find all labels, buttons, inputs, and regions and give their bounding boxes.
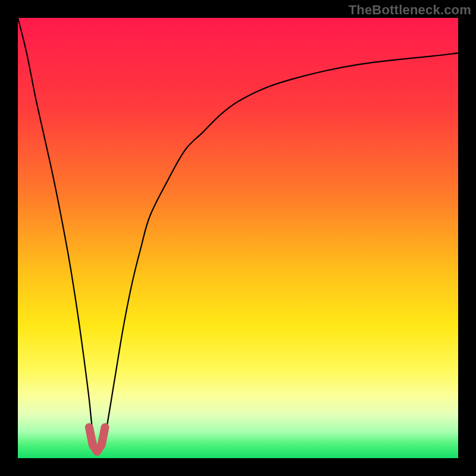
bottleneck-curve [18, 18, 458, 452]
plot-area [18, 18, 458, 458]
chart-svg [18, 18, 458, 458]
chart-frame: TheBottleneck.com [0, 0, 476, 476]
watermark-text: TheBottleneck.com [349, 2, 471, 18]
minimum-marker [89, 427, 105, 452]
